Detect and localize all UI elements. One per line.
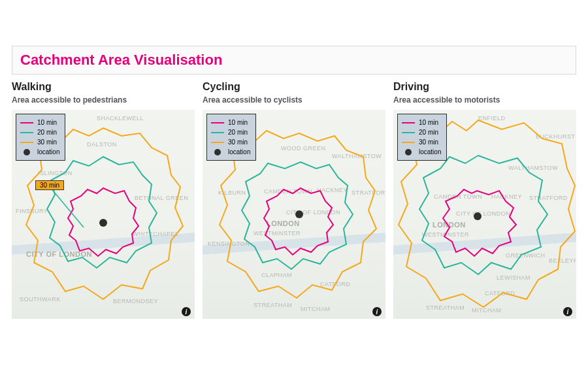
map-cycling[interactable]: 10 min 20 min 30 min location Wood Green…: [203, 110, 385, 319]
legend: 10 min 20 min 30 min location: [16, 114, 65, 161]
legend-line-icon: [211, 132, 224, 133]
panel-driving-title: Driving: [393, 81, 576, 93]
legend-line-icon: [20, 122, 33, 123]
legend: 10 min 20 min 30 min location: [206, 114, 256, 161]
tooltip-30min: 30 min: [35, 180, 64, 190]
legend: 10 min 20 min 30 min location: [397, 114, 447, 161]
panel-walking: Walking Area accessible to pedestrians 1…: [12, 81, 195, 319]
panel-cycling-subtitle: Area accessible to cyclists: [203, 95, 385, 105]
legend-line-icon: [402, 122, 415, 123]
location-marker-icon: [99, 219, 107, 227]
panel-driving: Driving Area accessible to motorists 10 …: [393, 81, 576, 319]
info-icon[interactable]: i: [563, 307, 572, 316]
legend-dot-icon: [405, 149, 412, 155]
panel-cycling-title: Cycling: [203, 81, 385, 93]
legend-line-icon: [402, 142, 415, 143]
legend-line-icon: [211, 122, 224, 123]
panel-driving-subtitle: Area accessible to motorists: [393, 95, 576, 105]
legend-line-icon: [20, 132, 33, 133]
map-walking[interactable]: 10 min 20 min 30 min location SHACKLEWEL…: [12, 110, 195, 319]
panel-cycling: Cycling Area accessible to cyclists 10 m…: [203, 81, 385, 319]
info-icon[interactable]: i: [182, 307, 191, 316]
legend-line-icon: [402, 132, 415, 133]
location-marker-icon: [474, 212, 482, 220]
legend-line-icon: [211, 142, 224, 143]
legend-dot-icon: [24, 149, 30, 155]
info-icon[interactable]: i: [372, 307, 382, 316]
map-driving[interactable]: 10 min 20 min 30 min location Enfield Bu…: [393, 110, 576, 319]
panel-walking-title: Walking: [12, 81, 195, 93]
panels-row: Walking Area accessible to pedestrians 1…: [12, 81, 576, 319]
svg-line-0: [51, 188, 84, 227]
panel-walking-subtitle: Area accessible to pedestrians: [12, 95, 195, 105]
page-title: Catchment Area Visualisation: [20, 52, 568, 69]
legend-dot-icon: [214, 149, 221, 155]
title-bar: Catchment Area Visualisation: [12, 46, 576, 74]
legend-line-icon: [20, 142, 33, 143]
location-marker-icon: [295, 210, 303, 218]
